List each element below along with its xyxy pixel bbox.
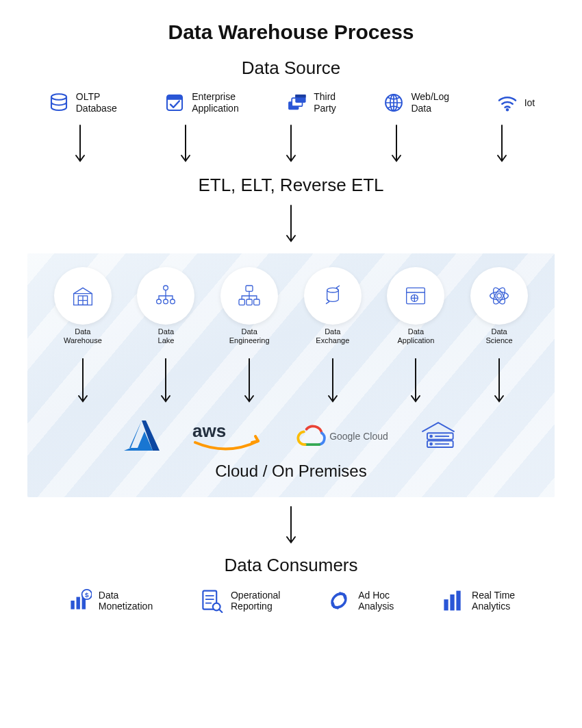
svg-text:Google Cloud: Google Cloud <box>329 431 388 442</box>
workload-label: DataApplication <box>398 327 435 345</box>
svg-rect-33 <box>76 597 79 610</box>
workload-label: DataEngineering <box>229 327 270 345</box>
svg-point-14 <box>170 299 175 304</box>
svg-point-12 <box>157 299 162 304</box>
section-cloud: Cloud / On Premises <box>41 462 541 481</box>
svg-rect-16 <box>239 299 244 305</box>
svg-point-23 <box>490 292 509 300</box>
workload-data-application: DataApplication <box>381 267 450 345</box>
workload-data-warehouse: DataWarehouse <box>49 267 117 345</box>
consumer-label: Real TimeAnalytics <box>472 590 515 613</box>
arrow-center-cloud <box>27 505 555 547</box>
svg-point-0 <box>51 94 66 100</box>
adhoc-analysis-icon <box>327 588 351 613</box>
workload-label: DataWarehouse <box>64 327 102 345</box>
arrow-down-icon <box>75 124 86 165</box>
source-third-party: ThirdParty <box>285 91 336 114</box>
workload-data-exchange: DataExchange <box>299 267 367 345</box>
section-data-source: Data Source <box>27 58 555 79</box>
data-engineering-icon <box>236 282 263 310</box>
data-source-row: OLTPDatabase EnterpriseApplication Third… <box>27 91 555 114</box>
workload-data-engineering: DataEngineering <box>215 267 283 345</box>
section-consumers: Data Consumers <box>27 555 555 576</box>
reporting-icon <box>199 588 224 613</box>
svg-point-22 <box>497 294 502 299</box>
consumers-row: $ DataMonetization OperationalReporting … <box>27 588 555 613</box>
svg-rect-18 <box>254 299 260 305</box>
svg-rect-32 <box>71 601 74 610</box>
workload-label: DataExchange <box>316 327 349 345</box>
source-label: Iot <box>524 97 535 109</box>
consumer-adhoc: Ad HocAnalysis <box>327 588 394 613</box>
database-icon <box>47 91 71 114</box>
warehouse-icon <box>69 282 97 310</box>
realtime-analytics-icon <box>440 588 465 613</box>
on-premises-server-icon <box>416 418 461 455</box>
source-enterprise-app: EnterpriseApplication <box>163 91 239 114</box>
svg-rect-41 <box>457 591 461 611</box>
workload-label: DataLake <box>158 327 175 345</box>
workload-label: DataScience <box>486 327 513 345</box>
svg-point-11 <box>164 286 168 290</box>
workload-row: DataWarehouse DataLake DataEngineering <box>41 267 541 345</box>
section-etl: ETL, ELT, Reverse ETL <box>27 175 555 196</box>
aws-icon: aws <box>190 418 265 455</box>
data-exchange-icon <box>319 282 346 310</box>
svg-text:aws: aws <box>192 421 226 441</box>
arrow-down-icon <box>77 357 88 405</box>
consumer-label: OperationalReporting <box>231 590 280 613</box>
svg-rect-40 <box>451 594 455 610</box>
arrow-down-icon <box>391 124 402 165</box>
arrow-row-workloads <box>41 357 541 405</box>
svg-rect-39 <box>444 600 448 611</box>
svg-rect-15 <box>246 286 253 291</box>
arrow-down-icon <box>286 204 296 245</box>
application-check-icon <box>163 91 186 114</box>
svg-point-9 <box>505 108 508 111</box>
consumer-reporting: OperationalReporting <box>199 588 280 613</box>
monetization-icon: $ <box>67 588 92 613</box>
globe-icon <box>382 91 405 114</box>
wifi-icon <box>496 91 519 114</box>
svg-rect-2 <box>167 95 182 100</box>
stacked-windows-icon <box>285 91 308 114</box>
page-title: Data Warehouse Process <box>27 21 555 44</box>
arrow-down-icon <box>160 357 171 405</box>
arrow-down-icon <box>327 357 338 405</box>
data-lake-icon <box>152 282 179 310</box>
svg-point-31 <box>430 443 432 445</box>
arrow-row-sources <box>27 124 555 165</box>
arrow-down-icon <box>494 357 505 405</box>
source-oltp: OLTPDatabase <box>47 91 117 114</box>
source-label: OLTPDatabase <box>76 91 117 114</box>
workload-data-lake: DataLake <box>131 267 200 345</box>
arrow-center-etl <box>27 204 555 245</box>
svg-rect-17 <box>246 299 252 305</box>
arrow-down-icon <box>286 505 296 547</box>
source-label: ThirdParty <box>314 91 336 114</box>
svg-point-13 <box>164 299 168 304</box>
arrow-down-icon <box>496 124 507 165</box>
consumer-label: Ad HocAnalysis <box>358 590 394 613</box>
cloud-vendor-row: aws Google Cloud <box>41 418 541 455</box>
svg-rect-6 <box>295 95 305 97</box>
data-application-icon <box>402 282 429 310</box>
consumer-label: DataMonetization <box>99 590 153 613</box>
svg-point-30 <box>430 436 432 438</box>
arrow-down-icon <box>410 357 421 405</box>
svg-text:$: $ <box>85 591 89 599</box>
arrow-down-icon <box>286 124 296 165</box>
consumer-realtime: Real TimeAnalytics <box>440 588 515 613</box>
azure-icon <box>121 418 162 455</box>
arrow-down-icon <box>180 124 191 165</box>
platform-box: DataWarehouse DataLake DataEngineering <box>27 253 555 497</box>
workload-data-science: DataScience <box>465 267 533 345</box>
consumer-monetization: $ DataMonetization <box>67 588 153 613</box>
source-iot: Iot <box>496 91 535 114</box>
data-science-icon <box>485 282 513 310</box>
source-label: EnterpriseApplication <box>192 91 239 114</box>
source-label: Web/LogData <box>411 91 449 114</box>
source-web-log: Web/LogData <box>382 91 449 114</box>
arrow-down-icon <box>244 357 255 405</box>
google-cloud-icon: Google Cloud <box>292 418 388 455</box>
